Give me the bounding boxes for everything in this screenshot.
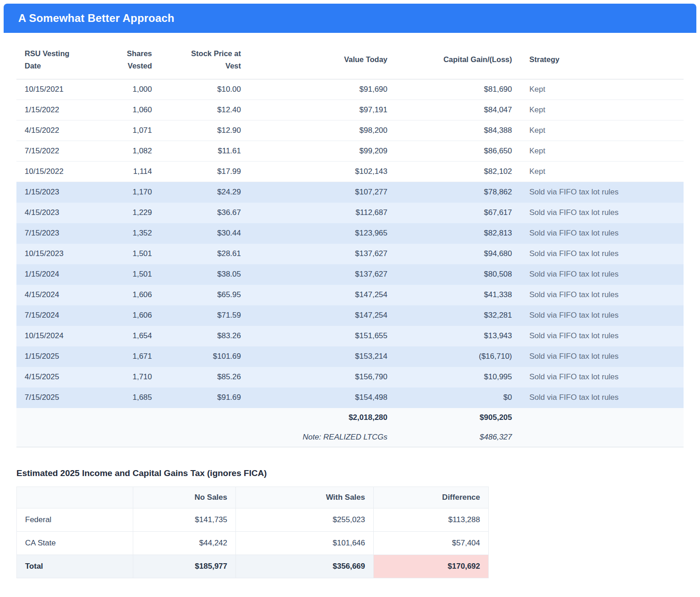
shares-vested-cell: 1,710 [115, 367, 169, 388]
value-today-cell: $153,214 [258, 346, 405, 367]
page-title: A Somewhat Better Approach [18, 12, 174, 25]
vesting-date-cell: 10/15/2021 [16, 79, 115, 100]
ltcg-note-value: $486,327 [405, 428, 529, 447]
capital-gain-cell: $80,508 [405, 264, 529, 285]
stock-price-cell: $36.67 [169, 203, 258, 223]
table-row: 7/15/2023 1,352 $30.44 $123,965 $82,813 … [16, 223, 684, 244]
capital-gain-cell: $0 [405, 388, 529, 408]
totals-row: $2,018,280 $905,205 [16, 408, 684, 428]
value-today-cell: $98,200 [258, 120, 405, 141]
stock-price-cell: $24.29 [169, 182, 258, 203]
rsu-header-row: RSU Vesting Date Shares Vested Stock Pri… [16, 41, 684, 79]
value-today-cell: $137,627 [258, 264, 405, 285]
table-row: 10/15/2024 1,654 $83.26 $151,655 $13,943… [16, 326, 684, 346]
vesting-date-cell: 1/15/2023 [16, 182, 115, 203]
ltcg-note-row: Note: REALIZED LTCGs $486,327 [16, 428, 684, 447]
no-sales-cell: $44,242 [133, 532, 236, 555]
stock-price-cell: $101.69 [169, 346, 258, 367]
value-today-cell: $107,277 [258, 182, 405, 203]
strategy-cell: Sold via FIFO tax lot rules [529, 203, 684, 223]
rsu-table-header: RSU Vesting Date Shares Vested Stock Pri… [16, 41, 684, 79]
tax-row: CA State $44,242 $101,646 $57,404 [17, 532, 489, 555]
value-today-cell: $147,254 [258, 285, 405, 305]
main-content: RSU Vesting Date Shares Vested Stock Pri… [0, 33, 700, 578]
tax-row: Total $185,977 $356,669 $170,692 [17, 555, 489, 578]
stock-price-cell: $85.26 [169, 367, 258, 388]
shares-vested-cell: 1,685 [115, 388, 169, 408]
shares-vested-cell: 1,671 [115, 346, 169, 367]
strategy-cell: Sold via FIFO tax lot rules [529, 285, 684, 305]
col-header-with-sales: With Sales [236, 487, 374, 508]
strategy-cell: Sold via FIFO tax lot rules [529, 264, 684, 285]
value-today-cell: $99,209 [258, 141, 405, 162]
col-header-value-today: Value Today [258, 41, 405, 79]
vesting-date-cell: 7/15/2022 [16, 141, 115, 162]
shares-vested-cell: 1,000 [115, 79, 169, 100]
value-today-cell: $112,687 [258, 203, 405, 223]
ltcg-note-label: Note: REALIZED LTCGs [258, 428, 405, 447]
shares-vested-cell: 1,501 [115, 264, 169, 285]
tax-header-row: No Sales With Sales Difference [17, 487, 489, 508]
with-sales-cell: $356,669 [236, 555, 374, 578]
tax-table-body: Federal $141,735 $255,023 $113,288 CA St… [17, 508, 489, 578]
col-header-strategy: Strategy [529, 41, 684, 79]
tax-estimate-table: No Sales With Sales Difference Federal $… [16, 487, 489, 578]
table-row: 1/15/2022 1,060 $12.40 $97,191 $84,047 K… [16, 100, 684, 120]
capital-gain-cell: ($16,710) [405, 346, 529, 367]
strategy-cell: Sold via FIFO tax lot rules [529, 182, 684, 203]
stock-price-cell: $12.90 [169, 120, 258, 141]
vesting-date-cell: 10/15/2023 [16, 244, 115, 264]
value-today-cell: $147,254 [258, 305, 405, 326]
value-today-cell: $97,191 [258, 100, 405, 120]
capital-gain-cell: $94,680 [405, 244, 529, 264]
strategy-cell: Kept [529, 162, 684, 182]
vesting-date-cell: 7/15/2023 [16, 223, 115, 244]
capital-gain-cell: $84,388 [405, 120, 529, 141]
page-header: A Somewhat Better Approach [4, 4, 696, 33]
stock-price-cell: $71.59 [169, 305, 258, 326]
col-header-shares-vested: Shares Vested [115, 41, 169, 79]
tax-row-label: Total [17, 555, 133, 578]
strategy-cell: Sold via FIFO tax lot rules [529, 346, 684, 367]
stock-price-cell: $91.69 [169, 388, 258, 408]
value-today-cell: $123,965 [258, 223, 405, 244]
col-header-vesting-date: RSU Vesting Date [16, 41, 115, 79]
shares-vested-cell: 1,229 [115, 203, 169, 223]
table-row: 4/15/2025 1,710 $85.26 $156,790 $10,995 … [16, 367, 684, 388]
capital-gain-cell: $13,943 [405, 326, 529, 346]
shares-vested-cell: 1,606 [115, 305, 169, 326]
vesting-date-cell: 4/15/2025 [16, 367, 115, 388]
table-row: 4/15/2024 1,606 $65.95 $147,254 $41,338 … [16, 285, 684, 305]
table-row: 4/15/2023 1,229 $36.67 $112,687 $67,617 … [16, 203, 684, 223]
tax-row: Federal $141,735 $255,023 $113,288 [17, 508, 489, 532]
capital-gain-cell: $78,862 [405, 182, 529, 203]
col-header-difference: Difference [374, 487, 489, 508]
vesting-date-cell: 4/15/2024 [16, 285, 115, 305]
total-value-today: $2,018,280 [258, 408, 405, 428]
strategy-cell: Sold via FIFO tax lot rules [529, 326, 684, 346]
table-row: 1/15/2025 1,671 $101.69 $153,214 ($16,71… [16, 346, 684, 367]
shares-vested-cell: 1,114 [115, 162, 169, 182]
tax-section-heading: Estimated 2025 Income and Capital Gains … [16, 468, 684, 478]
value-today-cell: $151,655 [258, 326, 405, 346]
capital-gain-cell: $32,281 [405, 305, 529, 326]
strategy-cell: Sold via FIFO tax lot rules [529, 367, 684, 388]
strategy-cell: Kept [529, 100, 684, 120]
vesting-date-cell: 7/15/2025 [16, 388, 115, 408]
shares-vested-cell: 1,606 [115, 285, 169, 305]
vesting-date-cell: 1/15/2022 [16, 100, 115, 120]
value-today-cell: $156,790 [258, 367, 405, 388]
strategy-cell: Kept [529, 141, 684, 162]
vesting-date-cell: 1/15/2024 [16, 264, 115, 285]
stock-price-cell: $12.40 [169, 100, 258, 120]
shares-vested-cell: 1,654 [115, 326, 169, 346]
stock-price-cell: $28.61 [169, 244, 258, 264]
with-sales-cell: $255,023 [236, 508, 374, 532]
with-sales-cell: $101,646 [236, 532, 374, 555]
stock-price-cell: $10.00 [169, 79, 258, 100]
table-row: 7/15/2022 1,082 $11.61 $99,209 $86,650 K… [16, 141, 684, 162]
col-header-stock-price: Stock Price at Vest [169, 41, 258, 79]
shares-vested-cell: 1,170 [115, 182, 169, 203]
difference-cell: $170,692 [374, 555, 489, 578]
table-row: 10/15/2023 1,501 $28.61 $137,627 $94,680… [16, 244, 684, 264]
